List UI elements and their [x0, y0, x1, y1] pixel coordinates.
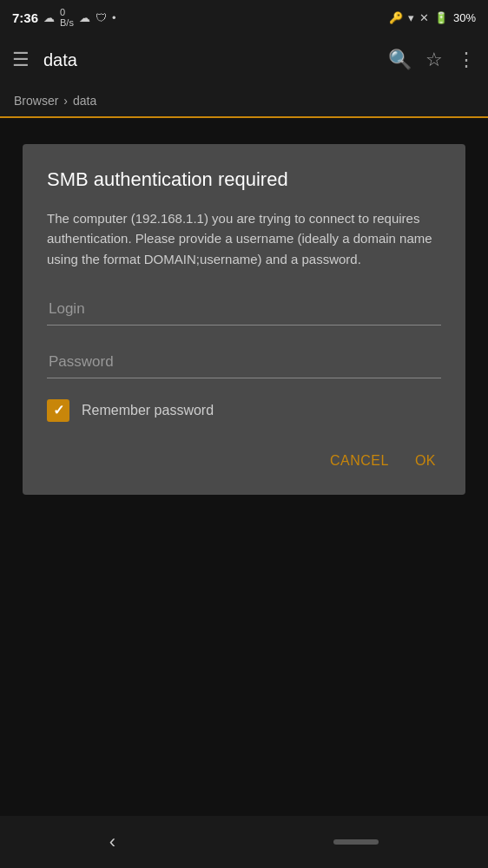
password-container: [47, 346, 441, 378]
dialog-title: SMB authentication required: [47, 168, 441, 191]
ok-button[interactable]: OK: [410, 446, 441, 476]
cloud2-icon: ☁: [79, 11, 90, 24]
breadcrumb-current: data: [73, 94, 96, 108]
battery-icon: 🔋: [434, 11, 448, 24]
breadcrumb: Browser › data: [0, 85, 488, 118]
remember-row: Remember password: [47, 399, 441, 422]
dialog-buttons: CANCEL OK: [47, 446, 441, 476]
status-bar: 7:36 ☁ 0B/s ☁ 🛡 • 🔑 ▾ ✕ 🔋 30%: [0, 0, 488, 35]
remember-label: Remember password: [82, 403, 214, 418]
dialog-message: The computer (192.168.1.1) you are tryin…: [47, 208, 441, 269]
star-icon[interactable]: ☆: [425, 49, 443, 71]
cancel-button[interactable]: CANCEL: [325, 446, 394, 476]
status-right: 🔑 ▾ ✕ 🔋 30%: [389, 11, 476, 24]
status-time: 7:36: [12, 10, 38, 25]
breadcrumb-separator: ›: [63, 94, 68, 108]
search-icon[interactable]: 🔍: [388, 49, 412, 71]
bottom-nav: ‹: [0, 816, 488, 868]
signal-icon: ✕: [419, 11, 429, 24]
home-pill[interactable]: [333, 839, 379, 845]
back-icon[interactable]: ‹: [109, 831, 115, 853]
app-bar: ☰ data 🔍 ☆ ⋮: [0, 35, 488, 85]
main-content: SMB authentication required The computer…: [0, 118, 488, 816]
wifi-icon: ▾: [408, 11, 414, 24]
remember-checkbox[interactable]: [47, 399, 69, 422]
auth-dialog: SMB authentication required The computer…: [23, 144, 465, 495]
network-icon: 0B/s: [60, 7, 74, 28]
login-input[interactable]: [47, 293, 441, 326]
status-left: 7:36 ☁ 0B/s ☁ 🛡 •: [12, 7, 116, 28]
dot-icon: •: [112, 11, 116, 24]
login-container: [47, 293, 441, 326]
password-input[interactable]: [47, 346, 441, 378]
more-icon[interactable]: ⋮: [457, 49, 476, 71]
cloud-icon: ☁: [43, 11, 55, 24]
battery-percent: 30%: [453, 11, 476, 24]
key-icon: 🔑: [389, 11, 403, 24]
shield-icon: 🛡: [96, 11, 107, 24]
checkmark-icon: [47, 399, 69, 422]
breadcrumb-parent[interactable]: Browser: [14, 94, 58, 108]
menu-icon[interactable]: ☰: [12, 49, 30, 71]
app-title: data: [43, 50, 374, 70]
